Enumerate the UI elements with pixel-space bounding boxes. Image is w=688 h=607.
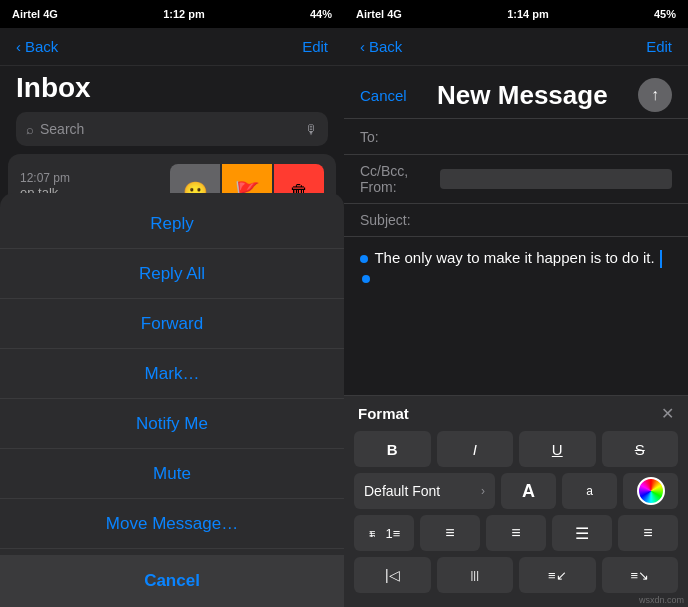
indent-left-icon: |◁ [385, 567, 400, 583]
action-reply[interactable]: Reply [0, 199, 344, 249]
cc-label: Cc/Bcc, From: [360, 163, 440, 195]
selection-dot-right [362, 275, 370, 283]
font-picker[interactable]: Default Font › [354, 473, 495, 509]
align-right-button[interactable]: ≡ [618, 515, 678, 551]
carrier-right: Airtel 4G [356, 8, 402, 20]
format-close-button[interactable]: ✕ [661, 404, 674, 423]
italic-button[interactable]: I [437, 431, 514, 467]
text-cursor [660, 250, 662, 268]
font-size-large-button[interactable]: A [501, 473, 556, 509]
edit-button-right[interactable]: Edit [646, 38, 672, 55]
status-bar-left: Airtel 4G 1:12 pm 44% [0, 0, 344, 28]
cc-value[interactable] [440, 169, 672, 189]
battery-left: 44% [310, 8, 332, 20]
action-notify[interactable]: Notify Me [0, 399, 344, 449]
para-icon: ≡↘ [630, 568, 649, 583]
format-row-list: ≡1. 1≡ ≡ ≡ ☰ ≡ [354, 515, 678, 551]
format-row-font: Default Font › A a [354, 473, 678, 509]
align-right-icon: ≡ [643, 524, 652, 542]
compose-header: Cancel New Message ↑ [344, 66, 688, 118]
inbox-title-section: Inbox [0, 66, 344, 112]
email-time: 12:07 pm [20, 171, 170, 185]
format-row-style: B I U S [354, 431, 678, 467]
mic-icon: 🎙 [305, 122, 318, 137]
format-title: Format [358, 405, 409, 422]
svg-text:1.: 1. [369, 530, 376, 539]
format-header: Format ✕ [354, 404, 678, 423]
search-placeholder: Search [40, 121, 84, 137]
send-button[interactable]: ↑ [638, 78, 672, 112]
watermark: wsxdn.com [639, 595, 684, 605]
right-panel: Airtel 4G 1:14 pm 45% ‹ Back Edit Cancel… [344, 0, 688, 607]
time-left: 1:12 pm [163, 8, 205, 20]
indent-increase-button[interactable]: ||| [437, 557, 514, 593]
page-title: Inbox [16, 72, 328, 104]
font-size-small-button[interactable]: a [562, 473, 617, 509]
back-button-left[interactable]: ‹ Back [16, 38, 58, 55]
indent-cols-icon: ||| [470, 569, 479, 581]
cancel-button-right[interactable]: Cancel [360, 87, 407, 104]
compose-body[interactable]: The only way to make it happen is to do … [344, 237, 688, 395]
chevron-right-icon: › [481, 484, 485, 498]
text-dir-icon: ≡↙ [548, 568, 567, 583]
action-sheet: Reply Reply All Forward Mark… Notify Me … [0, 193, 344, 607]
indent-decrease-button[interactable]: |◁ [354, 557, 431, 593]
carrier-left: Airtel 4G [12, 8, 58, 20]
unordered-list-button[interactable]: ≡ [420, 515, 480, 551]
strikethrough-button[interactable]: S [602, 431, 679, 467]
to-label: To: [360, 129, 440, 145]
paragraph-button[interactable]: ≡↘ [602, 557, 679, 593]
bold-button[interactable]: B [354, 431, 431, 467]
battery-right: 45% [654, 8, 676, 20]
action-mark[interactable]: Mark… [0, 349, 344, 399]
subject-label: Subject: [360, 212, 440, 228]
search-bar[interactable]: ⌕ Search 🎙 [16, 112, 328, 146]
edit-button-left[interactable]: Edit [302, 38, 328, 55]
cc-field[interactable]: Cc/Bcc, From: [344, 155, 688, 204]
compose-fields: To: Cc/Bcc, From: Subject: [344, 118, 688, 237]
body-text: The only way to make it happen is to do … [374, 249, 654, 266]
format-panel: Format ✕ B I U S Default Font › A a [344, 395, 688, 607]
to-field[interactable]: To: [344, 119, 688, 155]
align-center-icon: ☰ [575, 524, 589, 543]
ordered-list-button[interactable]: ≡1. 1≡ [354, 515, 414, 551]
subject-field[interactable]: Subject: [344, 204, 688, 237]
color-wheel-icon [637, 477, 665, 505]
chevron-left-icon: ‹ [16, 38, 21, 55]
color-picker-button[interactable] [623, 473, 678, 509]
action-reply-all[interactable]: Reply All [0, 249, 344, 299]
action-move[interactable]: Move Message… [0, 499, 344, 549]
align-center-button[interactable]: ☰ [552, 515, 612, 551]
action-mute[interactable]: Mute [0, 449, 344, 499]
format-row-indent: |◁ ||| ≡↙ ≡↘ [354, 557, 678, 593]
time-right: 1:14 pm [507, 8, 549, 20]
cancel-button-left[interactable]: Cancel [0, 555, 344, 607]
nav-bar-right: ‹ Back Edit [344, 28, 688, 66]
ol-icon: 1≡ [386, 526, 401, 541]
back-button-right[interactable]: ‹ Back [360, 38, 402, 55]
action-forward[interactable]: Forward [0, 299, 344, 349]
text-direction-button[interactable]: ≡↙ [519, 557, 596, 593]
ul-icon: ≡ [445, 524, 454, 542]
nav-bar-left: ‹ Back Edit [0, 28, 344, 66]
compose-title: New Message [437, 80, 608, 111]
send-icon: ↑ [651, 86, 659, 104]
status-bar-right: Airtel 4G 1:14 pm 45% [344, 0, 688, 28]
chevron-left-icon-right: ‹ [360, 38, 365, 55]
align-left-icon: ≡ [511, 524, 520, 542]
align-left-button[interactable]: ≡ [486, 515, 546, 551]
underline-button[interactable]: U [519, 431, 596, 467]
search-icon: ⌕ [26, 122, 34, 137]
left-panel: Airtel 4G 1:12 pm 44% ‹ Back Edit Inbox … [0, 0, 344, 607]
selection-dot-left [360, 255, 368, 263]
